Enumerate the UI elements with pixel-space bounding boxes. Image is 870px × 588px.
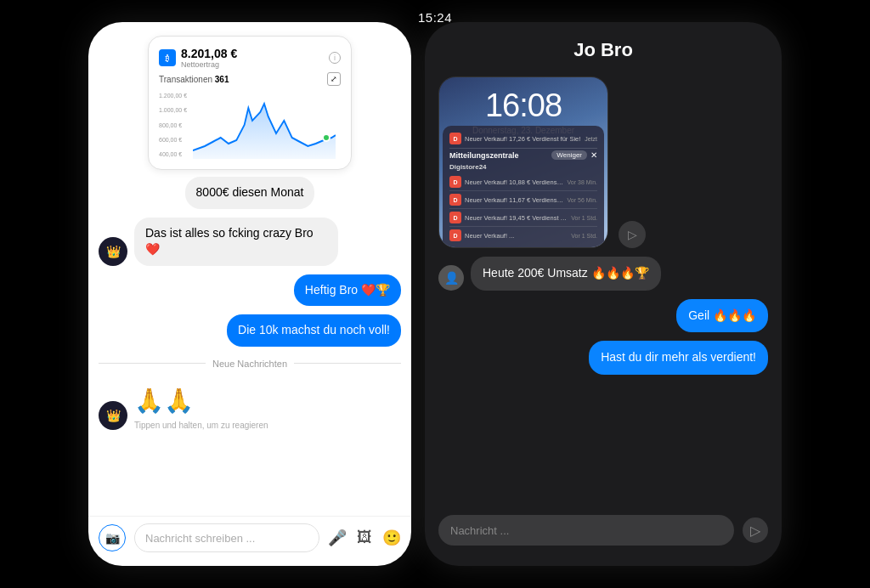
left-message-input[interactable]: Nachricht schreiben ... bbox=[134, 523, 319, 552]
notif-weniger-btn[interactable]: Weniger bbox=[551, 150, 587, 160]
transaction-stats: Transaktionen 361 bbox=[159, 75, 229, 84]
trading-card-title: ₿ 8.201,08 € Nettoertrag bbox=[159, 47, 237, 69]
right-placeholder: Nachricht ... bbox=[450, 524, 509, 537]
chart-labels: 1.200,00 € 1.000,00 € 800,00 € 600,00 € … bbox=[159, 91, 187, 159]
sent-msg-2: Die 10k machst du noch voll! bbox=[99, 314, 401, 347]
notif-text-0: Neuer Verkauf! 10,88 € Verdienst für Sie… bbox=[465, 178, 564, 186]
chart-dot bbox=[322, 133, 330, 142]
notification-center: D Neuer Verkauf! 17,26 € Verdienst für S… bbox=[443, 126, 604, 247]
trading-card-stats: Transaktionen 361 ⤢ bbox=[159, 72, 341, 86]
notif-icon-2: D bbox=[449, 212, 461, 223]
info-icon[interactable]: i bbox=[329, 52, 341, 64]
notif-top-text: Neuer Verkauf! 17,26 € Verdienst für Sie… bbox=[465, 135, 581, 143]
notif-controls: Weniger ✕ bbox=[551, 150, 597, 160]
notif-center-header: Mitteilungszentrale Weniger ✕ bbox=[449, 150, 597, 160]
caption-bubble: 8000€ diesen Monat bbox=[185, 177, 315, 209]
notif-time-1: Vor 56 Min. bbox=[568, 197, 597, 203]
input-placeholder: Nachricht schreiben ... bbox=[145, 532, 255, 545]
trading-icon: ₿ bbox=[159, 49, 176, 66]
notif-time-3: Vor 1 Std. bbox=[571, 233, 597, 239]
bubble-dark-received-1: Heute 200€ Umsatz 🔥🔥🔥🏆 bbox=[471, 257, 661, 291]
mic-icon[interactable]: 🎤 bbox=[328, 529, 347, 547]
left-input-bar: 📷 Nachricht schreiben ... 🎤 🖼 🙂 bbox=[88, 516, 411, 566]
right-message-input[interactable]: Nachricht ... bbox=[438, 515, 734, 546]
received-msg-1: 👑 Das ist alles so fcking crazy Bro ❤️ bbox=[99, 218, 401, 266]
bubble-blue-sent-1: Geil 🔥🔥🔥 bbox=[676, 299, 768, 333]
notif-icon-3: D bbox=[449, 229, 461, 241]
notif-center-title: Mitteilungszentrale bbox=[449, 151, 519, 160]
sent-msg-1: Heftig Bro ❤️🏆 bbox=[99, 274, 401, 307]
received-msg-2: 👑 🙏🙏 Tippen und halten, um zu reagieren bbox=[99, 381, 401, 430]
trading-amount: 8.201,08 € bbox=[181, 47, 237, 60]
main-container: 15:24 ₿ 8.201,08 € Nettoertrag i bbox=[0, 0, 870, 588]
notif-app-icon-top: D bbox=[449, 133, 461, 144]
divider-label: Neue Nachrichten bbox=[212, 359, 287, 369]
notif-item-2: D Neuer Verkauf! 19,45 € Verdienst für S… bbox=[449, 209, 597, 227]
svg-marker-0 bbox=[193, 104, 336, 159]
avatar-dark-1: 👤 bbox=[438, 265, 464, 291]
notif-icon-1: D bbox=[449, 194, 461, 206]
notif-item-3: D Neuer Verkauf! ... Vor 1 Std. bbox=[449, 227, 597, 244]
left-messages-container: ₿ 8.201,08 € Nettoertrag i Transaktionen… bbox=[88, 22, 411, 516]
send-icon-mid[interactable]: ▷ bbox=[619, 221, 646, 248]
right-header: Jo Bro bbox=[425, 22, 782, 70]
notif-time-2: Vor 1 Std. bbox=[571, 215, 597, 221]
input-icons: 🎤 🖼 🙂 bbox=[328, 529, 401, 547]
lock-time: 16:08 bbox=[485, 88, 562, 124]
sent-msg-dark-2: Hast du dir mehr als verdient! bbox=[438, 341, 768, 375]
bubble-sent-2: Die 10k machst du noch voll! bbox=[227, 314, 401, 347]
emoji-bubble: 🙏🙏 bbox=[134, 381, 268, 421]
chart-svg bbox=[193, 91, 336, 159]
notif-item-1: D Neuer Verkauf! 11,67 € Verdienst für S… bbox=[449, 191, 597, 209]
notif-time-0: Vor 38 Min. bbox=[568, 179, 597, 185]
right-input-bar: Nachricht ... ▷ bbox=[425, 508, 782, 566]
bubble-blue-sent-2: Hast du dir mehr als verdient! bbox=[589, 341, 768, 375]
status-time: 15:24 bbox=[418, 10, 452, 25]
contact-name: Jo Bro bbox=[573, 39, 633, 61]
phone-screen: 16:08 Donnerstag, 23. Dezember D Neuer V… bbox=[439, 77, 607, 247]
avatar-left-1: 👑 bbox=[99, 237, 127, 266]
divider-line-right bbox=[294, 363, 401, 364]
sticker-icon[interactable]: 🙂 bbox=[382, 529, 401, 547]
notif-item-0: D Neuer Verkauf! 10,88 € Verdienst für S… bbox=[449, 173, 597, 191]
camera-button[interactable]: 📷 bbox=[99, 524, 126, 551]
status-bar: 15:24 bbox=[418, 10, 452, 25]
bubble-received-1: Das ist alles so fcking crazy Bro ❤️ bbox=[134, 218, 338, 266]
crown-icon: 👑 bbox=[106, 245, 121, 258]
crown-icon-2: 👑 bbox=[106, 409, 121, 422]
phone-screenshot: 16:08 Donnerstag, 23. Dezember D Neuer V… bbox=[438, 76, 608, 248]
notif-top-time: Jetzt bbox=[585, 136, 597, 142]
chart: 1.200,00 € 1.000,00 € 800,00 € 600,00 € … bbox=[159, 91, 341, 159]
notif-app-name: Digistore24 bbox=[449, 163, 597, 171]
trading-subtitle: Nettoertrag bbox=[181, 60, 237, 69]
right-send-button[interactable]: ▷ bbox=[743, 517, 768, 543]
right-messages-container: 16:08 Donnerstag, 23. Dezember D Neuer V… bbox=[425, 70, 782, 508]
avatar-left-2: 👑 bbox=[99, 401, 127, 430]
avatar-icon-1: 👤 bbox=[444, 271, 459, 285]
expand-icon[interactable]: ⤢ bbox=[327, 72, 341, 86]
trading-card-header: ₿ 8.201,08 € Nettoertrag i bbox=[159, 47, 341, 69]
right-panel: Jo Bro 16:08 Donnerstag, 23. Dezember bbox=[425, 22, 782, 566]
screenshot-msg: 16:08 Donnerstag, 23. Dezember D Neuer V… bbox=[438, 76, 768, 248]
sent-msg-dark-1: Geil 🔥🔥🔥 bbox=[438, 299, 768, 333]
trading-card: ₿ 8.201,08 € Nettoertrag i Transaktionen… bbox=[148, 36, 352, 170]
notif-text-2: Neuer Verkauf! 19,45 € Verdienst für Sie… bbox=[465, 214, 568, 222]
notif-icon-0: D bbox=[449, 176, 461, 188]
reaction-hint: Tippen und halten, um zu reagieren bbox=[134, 421, 268, 430]
lock-screen: 16:08 Donnerstag, 23. Dezember D Neuer V… bbox=[439, 77, 607, 247]
notif-text-1: Neuer Verkauf! 11,67 € Verdienst für Sie… bbox=[465, 196, 564, 204]
notif-top: D Neuer Verkauf! 17,26 € Verdienst für S… bbox=[449, 131, 597, 149]
left-panel: ₿ 8.201,08 € Nettoertrag i Transaktionen… bbox=[88, 22, 411, 566]
received-msg-dark-1: 👤 Heute 200€ Umsatz 🔥🔥🔥🏆 bbox=[438, 257, 768, 291]
bubble-sent-1: Heftig Bro ❤️🏆 bbox=[294, 274, 401, 307]
notif-text-3: Neuer Verkauf! ... bbox=[465, 232, 568, 240]
divider-line-left bbox=[99, 363, 206, 364]
message-divider: Neue Nachrichten bbox=[99, 355, 401, 372]
notif-close-btn[interactable]: ✕ bbox=[590, 150, 597, 160]
photo-icon[interactable]: 🖼 bbox=[357, 529, 372, 547]
